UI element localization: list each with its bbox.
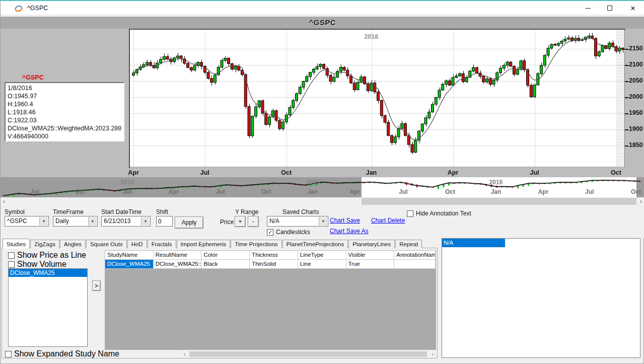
tab-planettimeprojections[interactable]: PlanetTimeProjections <box>282 240 348 248</box>
mini-chart-month-label: Jul <box>26 188 43 195</box>
x-axis-tick-label: Oct <box>606 169 626 176</box>
table-cell[interactable]: Line <box>298 260 346 269</box>
column-header[interactable]: ResultName <box>154 251 202 260</box>
column-header[interactable]: Visible <box>346 251 395 260</box>
symbol-value: ^GSPC <box>7 217 27 225</box>
show-expanded-study-name-checkbox[interactable]: Show Expanded Study Name <box>5 349 119 358</box>
saved-annotations-listbox[interactable]: N/A <box>442 238 640 358</box>
ohlc-info-line: DClose_WMA25::WeightedMA:2023.288 <box>8 124 123 132</box>
chart-scrollbar-thumb[interactable] <box>362 198 636 205</box>
mini-chart-month-label: Apr <box>165 188 182 195</box>
start-datetime-combo[interactable]: 6/21/2013 ▼ <box>101 216 151 227</box>
chevron-down-icon[interactable]: ▼ <box>141 217 150 226</box>
table-row[interactable]: DClose_WMA25DClose_WMA25::\BlackThinSoli… <box>105 260 436 269</box>
chevron-down-icon[interactable]: ▼ <box>319 217 327 226</box>
grid-scrollbar[interactable]: ‹ › <box>181 351 436 357</box>
mini-chart-year-label: 2016 <box>486 179 506 186</box>
column-header[interactable]: AnnotationName <box>394 251 436 260</box>
symbol-combo[interactable]: ^GSPC ▼ <box>5 216 49 227</box>
tab-import-ephemeris[interactable]: Import Ephemeris <box>177 240 231 248</box>
window-title: ^GSPC <box>27 5 48 12</box>
grid-scrollbar-thumb[interactable] <box>189 351 427 357</box>
hide-annotation-checkbox[interactable]: Hide Annotation Text <box>407 210 471 217</box>
y-axis-tick-label: 2000 <box>629 93 643 100</box>
checkbox-unchecked-icon <box>8 252 15 259</box>
show-price-as-line-label: Show Price as Line <box>17 251 86 260</box>
scroll-left-icon[interactable]: ‹ <box>1 197 8 205</box>
table-cell[interactable]: DClose_WMA25 <box>105 260 154 269</box>
chart-delete-link[interactable]: Chart Delete <box>371 217 405 224</box>
scroll-right-icon[interactable]: › <box>637 197 644 205</box>
close-button[interactable]: ✕ <box>624 1 641 15</box>
move-study-button[interactable]: > <box>92 280 101 291</box>
x-axis-tick-label: Apr <box>443 169 463 176</box>
column-header[interactable]: StudyName <box>105 251 154 260</box>
timeframe-combo[interactable]: Daily ▼ <box>53 216 98 227</box>
list-item[interactable]: DClose_WMA25 <box>9 269 87 277</box>
timeframe-value: Daily <box>55 217 69 225</box>
show-volume-label: Show Volume <box>17 260 66 269</box>
mini-chart-year-label: 2014 <box>117 179 137 186</box>
y-range-minus-button[interactable]: - <box>248 216 259 227</box>
study-listbox[interactable]: DClose_WMA25 <box>8 268 88 347</box>
tab-angles[interactable]: Angles <box>60 240 86 248</box>
tab-zigzags[interactable]: ZigZags <box>30 240 59 248</box>
maximize-icon <box>607 6 612 11</box>
table-cell[interactable]: Black <box>201 260 250 269</box>
candlesticks-checkbox[interactable]: ✓ Candlesticks <box>267 229 310 236</box>
scroll-right-icon[interactable]: › <box>430 351 436 357</box>
checkbox-checked-icon: ✓ <box>267 229 273 236</box>
chart-save-link[interactable]: Chart Save <box>330 217 360 224</box>
y-axis-tick-label: 1950 <box>629 109 643 116</box>
symbol-label: Symbol <box>5 208 25 215</box>
chart-scrollbar[interactable]: ‹ › <box>1 197 644 205</box>
tab-time-projections[interactable]: Time Projections <box>231 240 281 248</box>
table-cell[interactable]: True <box>346 260 395 269</box>
tab-studies[interactable]: Studies <box>3 239 30 249</box>
column-header[interactable]: LineType <box>298 251 346 260</box>
tab-strip: StudiesZigZagsAnglesSquare OutsHoDFracta… <box>3 238 422 248</box>
shift-label: Shift <box>156 208 168 215</box>
show-volume-checkbox[interactable]: Show Volume <box>8 260 66 269</box>
controls-toolbar: Symbol ^GSPC ▼ TimeFrame Daily ▼ Start D… <box>1 205 644 238</box>
ohlc-info-line: L:1918.46 <box>8 108 123 116</box>
list-item[interactable]: N/A <box>442 239 505 247</box>
study-grid[interactable]: StudyNameResultNameColorThicknessLineTyp… <box>105 250 436 269</box>
studies-panel: Show Price as Line Show Volume DClose_WM… <box>2 248 438 358</box>
maximize-button[interactable] <box>601 1 618 15</box>
table-cell[interactable] <box>394 260 436 269</box>
show-expanded-study-name-label: Show Expanded Study Name <box>14 349 119 358</box>
column-header[interactable]: Thickness <box>250 251 298 260</box>
ohlc-info-line: O:1945.97 <box>8 92 123 100</box>
table-cell[interactable]: ThinSolid <box>250 260 298 269</box>
table-cell[interactable]: DClose_WMA25::\ <box>154 260 202 269</box>
y-range-plus-button[interactable]: + <box>235 216 246 227</box>
shift-input[interactable] <box>156 216 173 227</box>
tab-hod[interactable]: HoD <box>127 240 147 248</box>
chevron-down-icon[interactable]: ▼ <box>88 217 97 226</box>
saved-charts-combo[interactable]: N/A ▼ <box>267 216 328 227</box>
y-range-label: Y Range <box>235 208 258 215</box>
x-axis-tick-label: Jul <box>195 169 215 176</box>
tab-repeat[interactable]: Repeat <box>395 240 422 248</box>
scroll-left-icon[interactable]: ‹ <box>181 351 188 357</box>
titlebar: ^GSPC ✕ <box>1 0 644 15</box>
mini-chart-year-label: 2015 <box>303 179 323 186</box>
mini-chart-month-label: Jul <box>212 188 229 195</box>
minimize-button[interactable] <box>579 1 596 15</box>
apply-button[interactable]: Apply <box>175 216 203 229</box>
tab-fractals[interactable]: Fractals <box>148 240 176 248</box>
minimize-icon <box>585 8 591 9</box>
ohlc-info-box: 1/8/2016O:1945.97H:1960.4L:1918.46C:1922… <box>5 82 124 141</box>
y-axis-tick-label: 1900 <box>629 125 643 132</box>
y-axis-tick-label: 2100 <box>629 61 643 68</box>
show-price-as-line-checkbox[interactable]: Show Price as Line <box>8 251 86 260</box>
chart-save-as-link[interactable]: Chart Save As <box>330 228 369 235</box>
checkbox-unchecked-icon <box>5 351 12 357</box>
grid-header-row: StudyNameResultNameColorThicknessLineTyp… <box>105 251 436 260</box>
chevron-down-icon[interactable]: ▼ <box>39 217 48 226</box>
tab-planetarylines[interactable]: PlanetaryLines <box>348 240 395 248</box>
x-axis-tick-label: Jul <box>525 169 545 176</box>
tab-square-outs[interactable]: Square Outs <box>86 240 127 248</box>
column-header[interactable]: Color <box>201 251 250 260</box>
